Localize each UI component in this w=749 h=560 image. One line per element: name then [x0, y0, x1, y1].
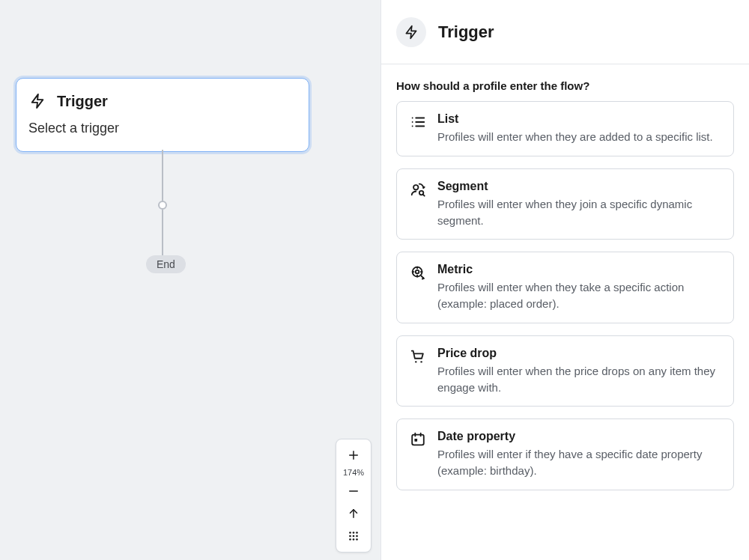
- svg-point-15: [412, 118, 413, 119]
- fit-view-button[interactable]: [336, 502, 371, 525]
- option-text: Metric Profiles will enter when they tak…: [437, 263, 721, 312]
- option-text: Price drop Profiles will enter when the …: [437, 347, 721, 396]
- trigger-node-subtitle: Select a trigger: [28, 121, 297, 136]
- zoom-level-label: 174%: [336, 466, 371, 480]
- svg-point-5: [349, 532, 351, 534]
- option-desc: Profiles will enter when they join a spe…: [437, 196, 721, 229]
- svg-point-24: [416, 270, 419, 274]
- list-icon: [409, 113, 427, 131]
- bolt-icon: [396, 17, 426, 47]
- flow-end-label: End: [157, 258, 175, 270]
- date-property-icon: [409, 430, 427, 448]
- flow-end-node: End: [146, 255, 186, 273]
- trigger-option-price-drop[interactable]: Price drop Profiles will enter when the …: [396, 335, 734, 407]
- trigger-option-list[interactable]: List Profiles will enter when they are a…: [396, 101, 734, 156]
- option-text: Segment Profiles will enter when they jo…: [437, 180, 721, 229]
- svg-point-7: [356, 532, 358, 534]
- segment-icon: [409, 180, 427, 198]
- option-text: List Profiles will enter when they are a…: [437, 112, 721, 145]
- metric-icon: [409, 264, 427, 281]
- option-title: Segment: [437, 180, 721, 193]
- flow-connector-line: [162, 150, 163, 204]
- svg-point-26: [420, 361, 422, 362]
- canvas-zoom-toolbar: 174%: [336, 439, 372, 553]
- option-desc: Profiles will enter when they are added …: [437, 129, 721, 145]
- svg-point-8: [349, 535, 351, 538]
- svg-rect-30: [414, 439, 417, 442]
- panel-body: How should a profile enter the flow? Lis…: [381, 64, 749, 490]
- trigger-option-date-property[interactable]: Date property Profiles will enter if the…: [396, 419, 734, 490]
- flow-canvas[interactable]: Trigger Select a trigger End 174%: [0, 0, 380, 560]
- option-desc: Profiles will enter when they take a spe…: [437, 279, 721, 312]
- trigger-node-card[interactable]: Trigger Select a trigger: [16, 78, 309, 152]
- flow-add-node-handle[interactable]: [158, 201, 167, 210]
- option-title: Metric: [437, 263, 721, 276]
- trigger-option-segment[interactable]: Segment Profiles will enter when they jo…: [396, 168, 734, 240]
- trigger-option-metric[interactable]: Metric Profiles will enter when they tak…: [396, 252, 734, 323]
- svg-point-25: [415, 361, 416, 362]
- svg-point-9: [353, 535, 355, 538]
- option-desc: Profiles will enter if they have a speci…: [437, 446, 721, 479]
- svg-point-13: [356, 538, 358, 541]
- svg-rect-27: [412, 435, 424, 445]
- trigger-config-panel: Trigger How should a profile enter the f…: [380, 0, 749, 560]
- trigger-node-title: Trigger: [57, 93, 108, 110]
- svg-point-12: [353, 538, 355, 541]
- trigger-node-header: Trigger: [28, 92, 297, 110]
- svg-point-21: [413, 185, 418, 189]
- panel-title: Trigger: [438, 22, 494, 42]
- svg-point-11: [349, 538, 351, 541]
- svg-point-6: [353, 532, 355, 534]
- option-desc: Profiles will enter when the price drops…: [437, 363, 721, 396]
- option-title: Date property: [437, 430, 721, 443]
- panel-header: Trigger: [381, 0, 749, 64]
- zoom-out-button[interactable]: [336, 480, 371, 502]
- price-drop-icon: [409, 347, 427, 365]
- svg-point-17: [412, 121, 413, 123]
- zoom-in-button[interactable]: [336, 444, 371, 466]
- canvas-grid-button[interactable]: [336, 525, 371, 547]
- option-title: List: [437, 112, 721, 126]
- svg-point-19: [412, 126, 413, 127]
- flow-connector-line: [162, 210, 163, 256]
- svg-marker-14: [406, 25, 416, 38]
- option-title: Price drop: [437, 347, 721, 360]
- svg-point-10: [356, 535, 358, 538]
- option-text: Date property Profiles will enter if the…: [437, 430, 721, 479]
- panel-question: How should a profile enter the flow?: [396, 79, 734, 92]
- svg-marker-0: [32, 94, 43, 108]
- bolt-icon: [28, 92, 46, 110]
